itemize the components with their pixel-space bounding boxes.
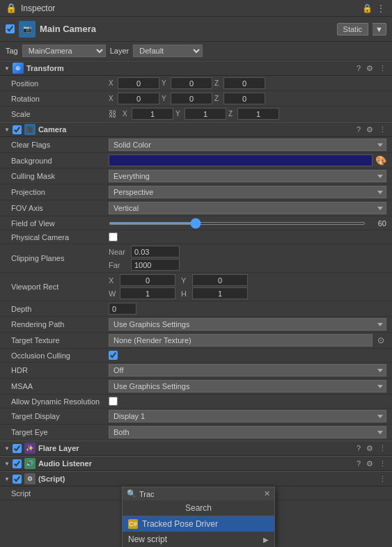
script-dropdown: 🔍 ✕ Search C# Tracked Pose Driver New sc… xyxy=(122,486,275,547)
audio-help-btn[interactable]: ? xyxy=(355,459,362,468)
flare-settings-btn[interactable]: ⚙ xyxy=(365,444,375,453)
rotation-z[interactable] xyxy=(224,93,265,104)
audio-listener-actions: ? ⚙ ⋮ xyxy=(355,459,388,468)
clear-flags-value: Solid Color xyxy=(109,138,386,151)
far-input[interactable] xyxy=(131,259,180,271)
occlusion-culling-label: Occlusion Culling xyxy=(11,351,109,360)
flare-layer-header[interactable]: ▼ ✨ Flare Layer ? ⚙ ⋮ xyxy=(0,441,392,456)
background-color-swatch[interactable] xyxy=(109,154,373,166)
color-picker-icon[interactable]: 🎨 xyxy=(375,155,386,166)
rotation-y[interactable] xyxy=(171,93,212,104)
allow-dyn-res-checkbox[interactable] xyxy=(109,397,118,406)
object-name: Main Camera xyxy=(40,24,333,34)
msaa-value: Use Graphics Settings xyxy=(109,380,386,393)
list-item[interactable]: New script ▶ xyxy=(123,532,274,547)
target-display-label: Target Display xyxy=(11,412,109,420)
x-label: X xyxy=(109,79,116,87)
position-z[interactable] xyxy=(224,77,265,89)
vp-x[interactable] xyxy=(120,274,175,286)
flare-menu-btn[interactable]: ⋮ xyxy=(377,444,388,453)
target-eye-value: Both xyxy=(109,426,386,438)
clear-flags-row: Clear Flags Solid Color xyxy=(0,137,392,153)
script-search-input[interactable] xyxy=(139,490,261,498)
target-texture-text: None (Render Texture) xyxy=(113,336,191,344)
tag-select[interactable]: MainCamera xyxy=(22,45,106,57)
fov-slider-row: 60 xyxy=(109,219,386,228)
camera-help-btn[interactable]: ? xyxy=(355,125,362,134)
audio-listener-active-checkbox[interactable] xyxy=(13,459,22,468)
scale-label: Scale xyxy=(11,110,109,118)
culling-mask-select[interactable]: Everything xyxy=(109,170,386,182)
fov-slider[interactable] xyxy=(109,222,366,225)
menu-button[interactable]: ⋮ xyxy=(375,3,386,14)
title-bar-actions: 🔒 ⋮ xyxy=(361,3,386,14)
script-active-checkbox[interactable] xyxy=(13,475,22,484)
physical-camera-checkbox[interactable] xyxy=(109,232,118,241)
camera-menu-btn[interactable]: ⋮ xyxy=(377,125,388,134)
vp-w[interactable] xyxy=(120,287,175,299)
script-actions: ⋮ xyxy=(377,475,388,484)
camera-icon: 🎥 xyxy=(24,124,36,135)
audio-settings-btn[interactable]: ⚙ xyxy=(365,459,375,468)
physical-camera-label: Physical Camera xyxy=(11,233,109,241)
clear-flags-select[interactable]: Solid Color xyxy=(109,138,386,151)
clipping-planes-label: Clipping Planes xyxy=(11,254,109,262)
fov-slider-value: 60 xyxy=(370,219,386,228)
target-eye-select[interactable]: Both xyxy=(109,426,386,438)
transform-menu-btn[interactable]: ⋮ xyxy=(377,64,388,73)
occlusion-culling-checkbox[interactable] xyxy=(109,351,118,360)
script-section: ▼ ⚙ (Script) ⋮ Script 🔍 ✕ xyxy=(0,471,392,500)
audio-listener-triangle: ▼ xyxy=(4,461,10,467)
script-section-header[interactable]: ▼ ⚙ (Script) ⋮ xyxy=(0,471,392,486)
camera-settings-btn[interactable]: ⚙ xyxy=(365,125,375,134)
scale-y[interactable] xyxy=(185,108,226,120)
z-label: Z xyxy=(214,79,221,87)
rotation-x[interactable] xyxy=(118,93,159,104)
fov-row: Field of View 60 xyxy=(0,216,392,230)
script-section-label: (Script) xyxy=(38,475,375,483)
fov-axis-select[interactable]: Vertical xyxy=(109,202,386,214)
position-y[interactable] xyxy=(171,77,212,89)
vp-y[interactable] xyxy=(192,274,248,286)
transform-help-btn[interactable]: ? xyxy=(355,64,362,72)
transform-header[interactable]: ▼ ⊕ Transform ? ⚙ ⋮ xyxy=(0,61,392,76)
list-item[interactable]: C# Tracked Pose Driver xyxy=(123,516,274,532)
target-display-row: Target Display Display 1 xyxy=(0,409,392,425)
script-clear-btn[interactable]: ✕ xyxy=(264,489,270,498)
flare-layer-active-checkbox[interactable] xyxy=(13,444,22,453)
camera-header[interactable]: ▼ 🎥 Camera ? ⚙ ⋮ xyxy=(0,122,392,137)
audio-menu-btn[interactable]: ⋮ xyxy=(377,459,388,468)
layer-select[interactable]: Default xyxy=(133,45,203,57)
scale-x[interactable] xyxy=(132,108,173,120)
rotation-row: Rotation X Y Z xyxy=(0,91,392,106)
viewport-rect-row: Viewport Rect X Y W H xyxy=(0,273,392,301)
target-display-select[interactable]: Display 1 xyxy=(109,410,386,422)
flare-layer-icon: ✨ xyxy=(24,443,36,454)
projection-select[interactable]: Perspective xyxy=(109,186,386,198)
viewport-rect-value: X Y W H xyxy=(109,274,386,299)
msaa-select[interactable]: Use Graphics Settings xyxy=(109,380,386,393)
rendering-path-select[interactable]: Use Graphics Settings xyxy=(109,318,386,331)
position-xyz: X Y Z xyxy=(109,77,386,89)
object-active-checkbox[interactable] xyxy=(6,24,15,33)
scale-z[interactable] xyxy=(237,108,279,120)
hdr-select[interactable]: Off xyxy=(109,364,386,376)
lock-button[interactable]: 🔒 xyxy=(361,3,373,14)
audio-listener-header[interactable]: ▼ 🔊 Audio Listener ? ⚙ ⋮ xyxy=(0,456,392,471)
transform-settings-btn[interactable]: ⚙ xyxy=(365,64,375,73)
target-texture-picker-btn[interactable]: ⊙ xyxy=(375,335,386,345)
near-input[interactable] xyxy=(131,246,180,257)
camera-actions: ? ⚙ ⋮ xyxy=(355,125,388,134)
rotation-value: X Y Z xyxy=(109,93,386,104)
depth-input[interactable] xyxy=(109,303,136,315)
position-x[interactable] xyxy=(118,77,159,89)
physical-camera-value xyxy=(109,232,386,241)
flare-help-btn[interactable]: ? xyxy=(355,444,362,452)
static-button[interactable]: Static xyxy=(337,23,369,35)
script-menu-btn[interactable]: ⋮ xyxy=(377,475,388,484)
static-dropdown[interactable]: ▼ xyxy=(373,23,386,35)
vp-h[interactable] xyxy=(192,287,248,299)
culling-mask-row: Culling Mask Everything xyxy=(0,168,392,184)
scale-link-icon[interactable]: ⛓ xyxy=(109,109,117,119)
camera-active-checkbox[interactable] xyxy=(13,125,22,134)
